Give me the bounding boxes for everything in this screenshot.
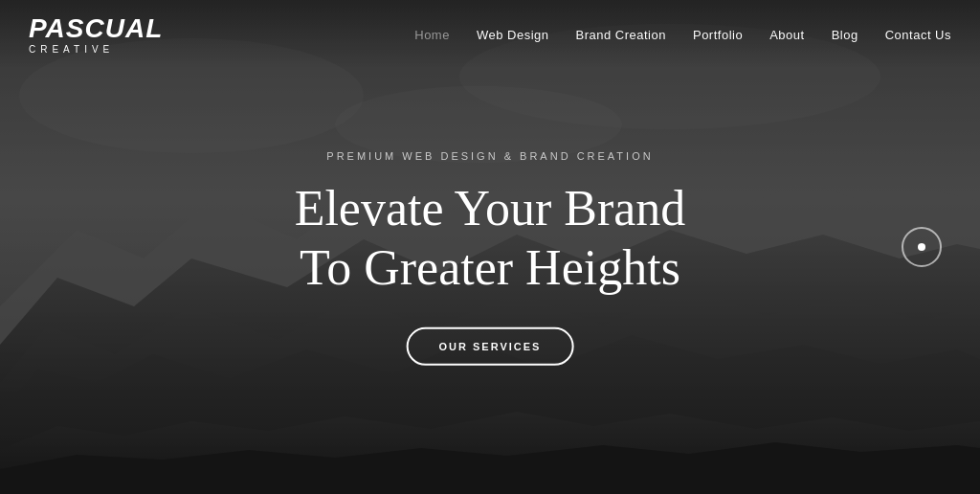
logo-sub-text: CREATIVE (29, 44, 114, 55)
nav-item-webdesign[interactable]: Web Design (477, 26, 549, 43)
nav-link-about[interactable]: About (769, 28, 804, 42)
scroll-indicator[interactable] (902, 227, 942, 267)
scroll-dot (918, 243, 925, 251)
nav-link-blog[interactable]: Blog (832, 28, 858, 42)
navbar: PASCUAL CREATIVE Home Web Design Brand C… (0, 0, 980, 69)
nav-link-brandcreation[interactable]: Brand Creation (576, 28, 666, 42)
nav-link-home[interactable]: Home (414, 28, 450, 42)
hero-title: Elevate Your Brand To Greater Heights (295, 179, 686, 299)
hero-title-line2: To Greater Heights (300, 240, 680, 295)
nav-menu: Home Web Design Brand Creation Portfolio… (414, 26, 951, 43)
nav-link-portfolio[interactable]: Portfolio (693, 28, 743, 42)
hero-subtitle: PREMIUM WEB DESIGN & BRAND CREATION (295, 150, 686, 162)
our-services-button[interactable]: OUR SERVICES (407, 327, 574, 366)
nav-item-contact[interactable]: Contact Us (885, 26, 951, 43)
logo-main-text: PASCUAL (29, 15, 163, 42)
nav-item-brandcreation[interactable]: Brand Creation (576, 26, 666, 43)
hero-content: PREMIUM WEB DESIGN & BRAND CREATION Elev… (295, 150, 686, 366)
nav-item-home[interactable]: Home (414, 26, 450, 43)
hero-title-line1: Elevate Your Brand (295, 181, 686, 236)
logo[interactable]: PASCUAL CREATIVE (29, 15, 163, 55)
nav-item-blog[interactable]: Blog (832, 26, 858, 43)
nav-link-webdesign[interactable]: Web Design (477, 28, 549, 42)
nav-item-about[interactable]: About (769, 26, 804, 43)
nav-link-contact[interactable]: Contact Us (885, 28, 951, 42)
nav-item-portfolio[interactable]: Portfolio (693, 26, 743, 43)
hero-section: PASCUAL CREATIVE Home Web Design Brand C… (0, 0, 980, 494)
